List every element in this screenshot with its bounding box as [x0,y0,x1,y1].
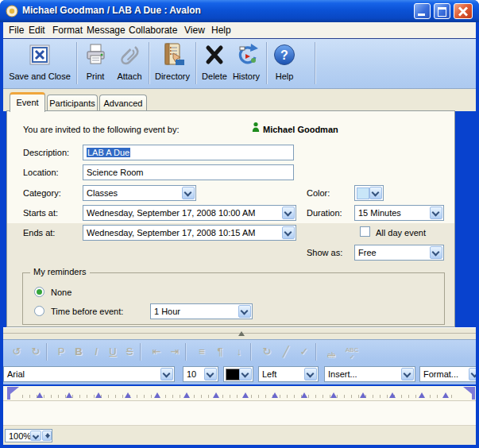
format-dropdown[interactable]: Format... [419,366,476,382]
insert-dropdown[interactable]: Insert... [324,366,415,382]
highlight-pen-icon[interactable]: ╱ [277,343,295,361]
zoom-control[interactable]: 100% [5,429,52,442]
tab-event[interactable]: Event [10,92,45,112]
description-label: Description: [23,148,69,157]
tab-stop-marker[interactable] [301,392,307,398]
help-button[interactable]: ? Help [268,41,300,86]
close-button[interactable] [454,3,473,19]
toolbar-separator [140,343,141,361]
chevron-down-icon[interactable] [282,207,295,219]
tab-stop-marker[interactable] [360,392,366,398]
revert-icon[interactable]: ↻ [258,343,276,361]
reminder-none-radio[interactable] [34,287,44,297]
spell-check-icon[interactable]: ABC ✓ [343,343,361,357]
titlebar[interactable]: Michael Goodman / LAB A Due : Avalon [0,0,479,22]
font-size-dropdown[interactable]: 10 [183,366,218,382]
menu-file[interactable]: File [9,25,24,36]
menu-view[interactable]: View [184,25,205,36]
menu-edit[interactable]: Edit [29,25,45,36]
tab-stop-marker[interactable] [419,392,425,398]
menu-message[interactable]: Message [87,25,126,36]
location-input[interactable]: Science Room [83,164,294,180]
tab-stop-marker[interactable] [125,392,131,398]
starts-at-dropdown[interactable]: Wednesday, September 17, 2008 10:00 AM [83,205,296,221]
move-down-icon[interactable]: ↓ [230,343,248,361]
font-family-dropdown[interactable]: Arial [3,366,175,382]
tab-stop-marker[interactable] [66,392,72,398]
italic-icon[interactable]: I [87,343,105,361]
splitter[interactable] [3,327,476,339]
chevron-down-icon[interactable] [430,246,442,259]
chevron-down-icon[interactable] [160,368,173,380]
approve-icon[interactable]: ✓ [296,343,313,361]
ends-at-dropdown[interactable]: Wednesday, September 17, 2008 10:15 AM [83,225,296,241]
minimize-button[interactable] [414,3,431,19]
plain-text-icon[interactable]: P [52,343,70,361]
maximize-button[interactable] [434,3,450,19]
redo-icon[interactable]: ↻ [27,343,44,361]
tab-advanced[interactable]: Advanced [99,95,147,111]
tab-stop-marker[interactable] [242,392,249,398]
category-dropdown[interactable]: Classes [83,185,196,201]
zoom-spinner[interactable] [42,431,52,441]
reminder-time-dropdown[interactable]: 1 Hour [150,303,253,319]
tab-stop-marker[interactable] [442,392,449,398]
right-margin-marker[interactable] [459,387,475,400]
tab-stop-marker[interactable] [272,392,278,398]
tab-stop-marker[interactable] [330,392,337,398]
print-icon [79,41,112,71]
directory-button[interactable]: Directory [151,41,194,86]
tab-stop-marker[interactable] [213,392,219,398]
reminder-none-label: None [51,288,71,297]
zoom-dropdown-arrow-icon[interactable] [30,431,41,441]
description-input[interactable]: LAB A Due [83,145,294,160]
save-and-close-button[interactable]: Save and Close [5,41,75,86]
reminder-time-radio[interactable] [34,306,44,316]
alignment-dropdown[interactable]: Left [258,366,319,382]
chevron-down-icon[interactable] [204,368,217,380]
all-day-checkbox[interactable] [360,226,370,237]
paragraph-format-icon[interactable]: ≡ [193,343,211,361]
print-button[interactable]: Print [79,41,112,86]
toolbar-separator [185,343,187,361]
line-spacing-icon[interactable]: ¶ [211,343,229,361]
chevron-down-icon[interactable] [182,187,195,199]
ends-at-label: Ends at: [23,228,55,238]
menu-collaborate[interactable]: Collaborate [129,25,177,36]
duration-dropdown[interactable]: 15 Minutes [354,205,444,221]
bold-icon[interactable]: B [70,343,87,361]
menu-help[interactable]: Help [211,25,231,36]
toolbar-separator [250,343,252,361]
tab-stop-marker[interactable] [95,392,102,398]
outdent-icon[interactable]: ⇤ [148,343,165,361]
tab-stop-marker[interactable] [183,392,190,398]
font-color-dropdown[interactable] [223,366,253,382]
underline-icon[interactable]: U [104,343,122,361]
tab-stop-marker[interactable] [154,392,160,398]
menu-format[interactable]: Format [52,25,83,36]
left-margin-marker[interactable] [7,387,23,400]
delete-button[interactable]: Delete [198,41,231,86]
history-button[interactable]: History [229,41,264,86]
chevron-down-icon[interactable] [401,368,414,380]
chevron-down-icon[interactable] [304,368,317,380]
show-as-dropdown[interactable]: Free [354,245,444,261]
tab-stop-marker[interactable] [37,392,43,398]
indent-icon[interactable]: ⇥ [166,343,183,361]
menu-bar: File Edit Format Message Collaborate Vie… [3,22,476,38]
tab-stop-marker[interactable] [389,392,396,398]
chevron-down-icon[interactable] [430,207,442,219]
tab-participants[interactable]: Participants [47,95,98,111]
strikethrough-icon[interactable]: S [121,343,138,361]
chevron-down-icon[interactable] [369,187,382,199]
chevron-down-icon[interactable] [469,368,476,380]
edit-text-icon[interactable]: ab [323,346,340,364]
color-dropdown[interactable] [354,185,384,201]
attach-button[interactable]: Attach [112,41,147,86]
message-body[interactable] [3,401,476,425]
splitter-collapse-handle[interactable] [238,331,245,336]
undo-icon[interactable]: ↺ [8,343,25,361]
chevron-down-icon[interactable] [239,368,252,380]
chevron-down-icon[interactable] [238,305,251,318]
chevron-down-icon[interactable] [282,226,295,239]
